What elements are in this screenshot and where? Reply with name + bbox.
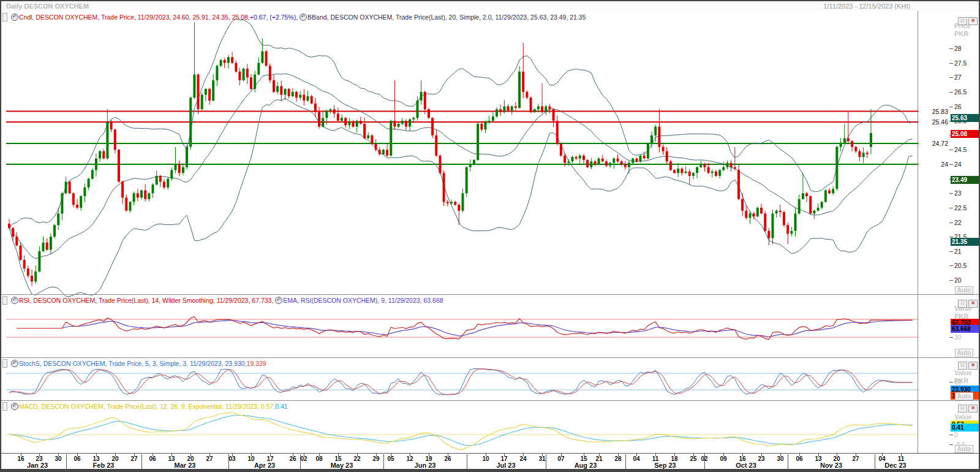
x-axis-day-label: 07 [557,455,564,462]
last-value-badge[interactable]: 25.08 [951,130,980,138]
legend-collapse-icon[interactable]: ↶ [11,297,18,304]
x-axis-month-label: Nov 23 [820,462,842,469]
candle-body [102,151,105,159]
candle-body [779,211,782,212]
auto-scale-button[interactable]: Auto [955,445,973,453]
level-label: 24.72 [919,140,948,147]
panel-handle[interactable] [2,359,7,368]
candle-body [231,57,233,63]
candle-body [699,164,702,167]
axis-tick [949,193,953,194]
legend-collapse-icon[interactable]: ↶ [300,13,307,21]
x-axis-day-label: 28 [614,455,621,462]
x-axis-day-label: 27 [852,455,859,462]
close-button[interactable]: ✕ [968,300,978,308]
candle-body [110,123,113,130]
auto-scale-button[interactable]: Auto [955,392,973,400]
legend-collapse-icon[interactable]: ↶ [11,13,18,21]
candle-body [106,123,108,159]
candle-body [201,95,203,110]
restore-button[interactable]: □ [958,362,967,370]
close-button[interactable]: ✕ [968,405,978,413]
price-chart-plot[interactable] [6,11,919,294]
rsi-axis[interactable]: □✕ValuePKR3067.73363.668Auto [919,295,980,357]
candle-body [307,96,309,101]
candle-body [835,147,838,189]
legend-collapse-icon[interactable]: ↶ [275,297,282,304]
candle-body [133,193,135,202]
candle-body [802,193,804,199]
x-axis-day-label: 10 [247,455,254,462]
auto-scale-button[interactable]: Auto [955,286,973,294]
macd-axis[interactable]: □✕Value0-0.50.570.41Auto [919,401,980,453]
x-axis-day-label: 26 [289,455,296,462]
candle-body [514,107,517,108]
last-value-badge[interactable]: 23.49 [951,176,980,184]
candle-body [379,150,381,154]
axis-tick-label: 22 [954,219,962,226]
panel-handle[interactable] [2,402,7,411]
candle-body [582,156,585,160]
close-button[interactable]: ✕ [968,17,978,25]
legend-collapse-icon[interactable]: ↶ [11,403,18,410]
candle-body [537,107,540,110]
candle-body [140,191,143,198]
x-axis-day-label: 26 [444,455,451,462]
candle-body [148,193,150,199]
candle-body [703,164,706,167]
candle-body [152,185,154,193]
last-value-badge[interactable]: 21.35 [951,238,980,246]
candle-body [205,89,207,95]
candle-body [401,121,404,124]
level-label: 25.46 [919,118,948,126]
x-axis-day-label: 21 [595,455,602,462]
candle-body [243,69,245,80]
last-value-badge[interactable]: 25.63 [951,114,980,122]
candle-body [564,156,566,163]
axis-tick-label: 30 [954,333,962,341]
candle-body [216,66,218,80]
price-axis[interactable]: □✕PricePKR2827.52726.52625.52524.52423.5… [919,11,980,294]
candle-body [741,199,744,211]
panel-window-buttons: □✕ [958,405,978,413]
candle-body [545,107,547,112]
panel-handle[interactable] [2,296,7,305]
candle-body [246,69,249,77]
last-value-badge[interactable]: 63.668 [951,325,980,333]
candle-body [462,193,464,210]
restore-button[interactable]: □ [958,300,967,308]
restore-button[interactable]: □ [958,17,967,25]
x-axis-month-label: Jan 23 [27,462,48,469]
candle-body [579,156,581,159]
candle-body [571,157,574,161]
candle-body [590,161,592,167]
candle-body [458,205,460,211]
candle-body [318,112,320,127]
candle-body [767,231,770,238]
candle-body [50,237,52,249]
x-axis-day-label: 02 [701,455,707,462]
candle-body [680,169,683,173]
candle-body [711,172,714,173]
candle-body [639,156,642,161]
candle-body [156,176,158,185]
auto-scale-button[interactable]: Auto [955,349,973,357]
panel-handle[interactable] [2,13,7,21]
candle-body [775,211,778,214]
axis-tick-label: 20 [954,276,962,284]
candle-body [352,123,355,127]
candle-body [257,63,260,75]
legend-collapse-icon[interactable]: ↶ [11,360,18,367]
restore-button[interactable]: □ [958,405,967,413]
last-value-badge[interactable]: 0.41 [951,424,980,432]
stoch-axis[interactable]: □✕ValuePKR5023.93019.339Auto [919,358,980,400]
axis-unit-label: Value [954,413,972,421]
candle-body [530,97,532,112]
candle-body [212,80,214,101]
candle-body [685,172,687,173]
close-button[interactable]: ✕ [968,362,978,370]
candle-body [832,189,834,193]
candle-body [522,72,524,92]
candle-body [790,231,793,234]
candle-body [224,60,226,63]
